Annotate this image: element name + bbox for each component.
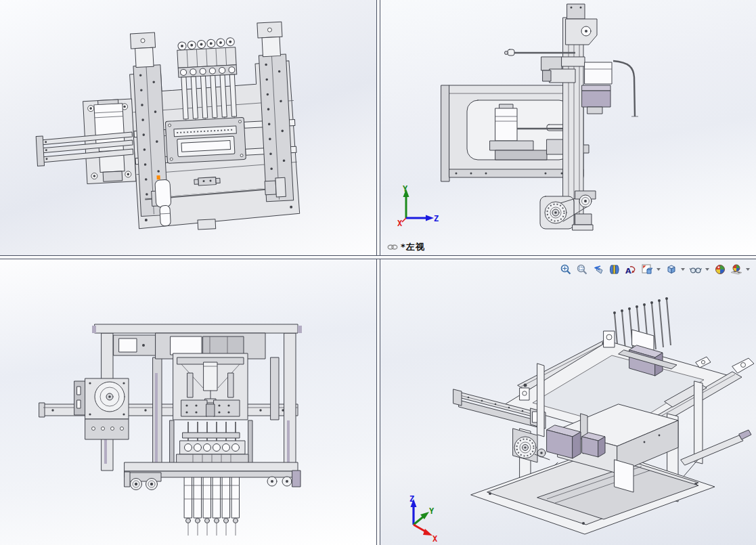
dynamic-annotation-views-button[interactable]: A	[623, 262, 638, 277]
viewport-bottom-right[interactable]: A	[380, 259, 756, 545]
axis-z-label: Z	[409, 494, 414, 504]
display-style-button[interactable]	[664, 262, 679, 277]
hide-show-items-dropdown-caret[interactable]	[705, 268, 709, 271]
viewport-splitter-vertical[interactable]	[376, 0, 380, 545]
link-icon	[387, 243, 398, 251]
view-label-text: *左视	[401, 241, 425, 253]
viewport-top-right[interactable]: Y Z X *左视	[380, 0, 756, 255]
viewport-top-left[interactable]	[0, 0, 376, 255]
apply-scene-dropdown-caret[interactable]	[746, 268, 750, 271]
orientation-triad-isometric: Z Y X	[391, 494, 440, 542]
model-front-view	[0, 259, 376, 545]
zoom-to-area-button[interactable]	[575, 262, 590, 277]
view-cube-sheet-icon	[641, 263, 653, 276]
display-style-dropdown-caret[interactable]	[681, 268, 685, 271]
svg-text:A: A	[625, 267, 631, 276]
previous-view-button[interactable]	[591, 262, 606, 277]
rotate-a-icon: A	[624, 263, 638, 276]
view-orientation-dropdown-caret[interactable]	[657, 268, 661, 271]
back-arrow-view-icon	[592, 263, 604, 276]
section-cut-icon	[608, 263, 621, 276]
shaded-cube-icon	[665, 263, 677, 276]
apply-scene-button[interactable]	[729, 262, 744, 277]
selection-marker	[156, 175, 160, 179]
zoom-to-fit-button[interactable]	[558, 262, 573, 277]
axis-x-label: X	[432, 534, 438, 542]
axis-y-label: Y	[429, 506, 435, 516]
view-orientation-label: *左视	[387, 241, 425, 253]
axis-x-label: X	[397, 219, 403, 227]
section-view-button[interactable]	[607, 262, 622, 277]
viewport-bottom-left[interactable]	[0, 259, 376, 545]
axis-z-label: Z	[434, 214, 439, 223]
scene-ball-icon	[730, 263, 743, 276]
hide-show-items-button[interactable]	[688, 262, 703, 277]
magnifier-area-icon	[576, 263, 588, 276]
magnifier-icon	[560, 263, 572, 276]
axis-y-label: Y	[403, 184, 408, 194]
orientation-triad: Y Z X	[397, 184, 440, 227]
edit-appearance-button[interactable]	[713, 262, 728, 277]
color-ball-icon	[714, 263, 726, 276]
view-orientation-button[interactable]	[640, 262, 654, 277]
model-front-top-view	[0, 0, 376, 255]
graphics-area: Y Z X *左视	[0, 0, 756, 545]
heads-up-view-toolbar: A	[558, 262, 752, 277]
eyeglasses-icon	[689, 263, 703, 276]
viewport-splitter-horizontal[interactable]	[0, 255, 756, 259]
